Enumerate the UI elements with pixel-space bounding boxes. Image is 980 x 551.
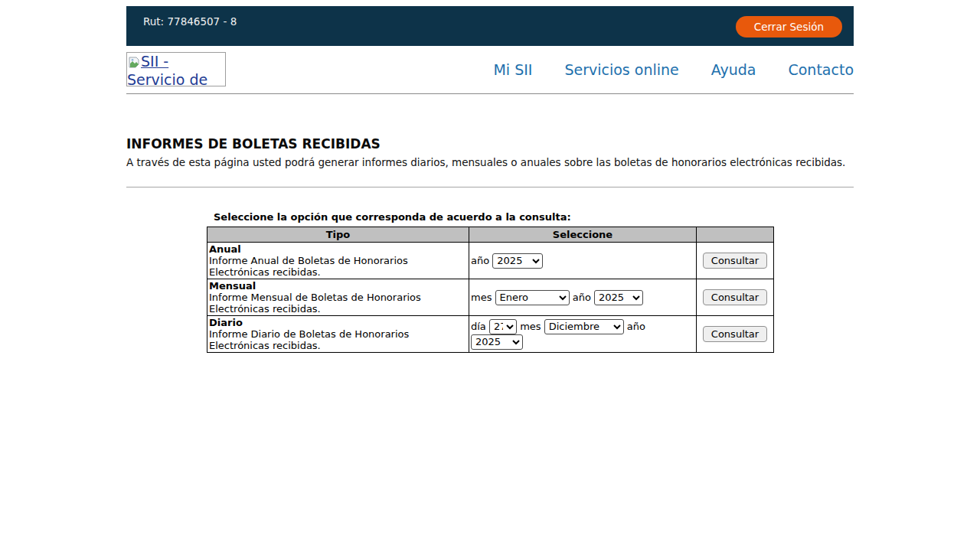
nav-contacto[interactable]: Contacto <box>788 61 854 78</box>
logout-button[interactable]: Cerrar Sesión <box>736 16 842 37</box>
page-intro: A través de esta página usted podrá gene… <box>126 156 854 168</box>
diario-day-label: día <box>471 320 486 331</box>
row-name-anual: Anual <box>209 243 241 255</box>
diario-year-select[interactable]: 2025 <box>471 334 523 350</box>
row-name-mensual: Mensual <box>209 280 256 292</box>
button-cell-mensual: Consultar <box>697 279 774 316</box>
column-header-empty <box>697 227 774 243</box>
tipo-cell-mensual: Mensual Informe Mensual de Boletas de Ho… <box>207 279 469 316</box>
broken-image-icon <box>129 54 140 71</box>
row-name-diario: Diario <box>209 317 243 328</box>
anual-year-label: año <box>471 254 489 266</box>
consulta-table: Tipo Seleccione Anual Informe Anual de B… <box>207 227 774 353</box>
mensual-year-select[interactable]: 2025 <box>594 290 643 305</box>
diario-month-select[interactable]: Diciembre <box>544 319 624 334</box>
page-title: INFORMES DE BOLETAS RECIBIDAS <box>126 136 854 152</box>
tipo-cell-anual: Anual Informe Anual de Boletas de Honora… <box>207 243 469 279</box>
rut-label: Rut: 77846507 - 8 <box>143 15 237 28</box>
sii-logo-broken-image[interactable]: SII - Servicio de <box>126 52 226 86</box>
row-description-mensual: Informe Mensual de Boletas de Honorarios… <box>209 292 421 315</box>
diario-day-select[interactable]: 27 <box>489 319 517 334</box>
table-row-diario: Diario Informe Diario de Boletas de Hono… <box>207 316 774 353</box>
page-content: Rut: 77846507 - 8 Cerrar Sesión SII - Se… <box>126 6 854 353</box>
consultar-mensual-button[interactable]: Consultar <box>703 289 767 305</box>
button-cell-diario: Consultar <box>697 316 774 353</box>
mensual-month-label: mes <box>471 291 492 302</box>
row-description-diario: Informe Diario de Boletas de Honorarios … <box>209 328 409 351</box>
seleccione-cell-diario: día 27 mes Diciembre año 2025 <box>469 316 697 353</box>
site-header: SII - Servicio de Mi SII Servicios onlin… <box>126 46 854 94</box>
mensual-year-label: año <box>573 291 591 302</box>
diario-month-label: mes <box>520 320 541 331</box>
section-divider <box>126 187 854 187</box>
column-header-seleccione: Seleccione <box>469 227 697 243</box>
main-nav: Mi SII Servicios online Ayuda Contacto <box>493 61 854 78</box>
mensual-month-select[interactable]: Enero <box>495 290 570 305</box>
button-cell-anual: Consultar <box>697 243 774 279</box>
table-row-mensual: Mensual Informe Mensual de Boletas de Ho… <box>207 279 774 316</box>
tipo-cell-diario: Diario Informe Diario de Boletas de Hono… <box>207 316 469 353</box>
session-topbar: Rut: 77846507 - 8 Cerrar Sesión <box>126 6 854 46</box>
consultar-diario-button[interactable]: Consultar <box>703 326 767 342</box>
seleccione-cell-anual: año 2025 <box>469 243 697 279</box>
seleccione-cell-mensual: mes Enero año 2025 <box>469 279 697 316</box>
consulta-section: Seleccione la opción que corresponda de … <box>207 211 773 353</box>
nav-servicios-online[interactable]: Servicios online <box>564 61 678 78</box>
diario-year-label: año <box>627 320 645 331</box>
column-header-tipo: Tipo <box>207 227 469 243</box>
row-description-anual: Informe Anual de Boletas de Honorarios E… <box>209 255 408 278</box>
consultar-anual-button[interactable]: Consultar <box>703 253 767 269</box>
table-row-anual: Anual Informe Anual de Boletas de Honora… <box>207 243 774 279</box>
anual-year-select[interactable]: 2025 <box>492 253 543 269</box>
table-header-row: Tipo Seleccione <box>207 227 774 243</box>
nav-mi-sii[interactable]: Mi SII <box>493 61 532 78</box>
consulta-caption: Seleccione la opción que corresponda de … <box>207 211 773 223</box>
nav-ayuda[interactable]: Ayuda <box>711 61 756 78</box>
